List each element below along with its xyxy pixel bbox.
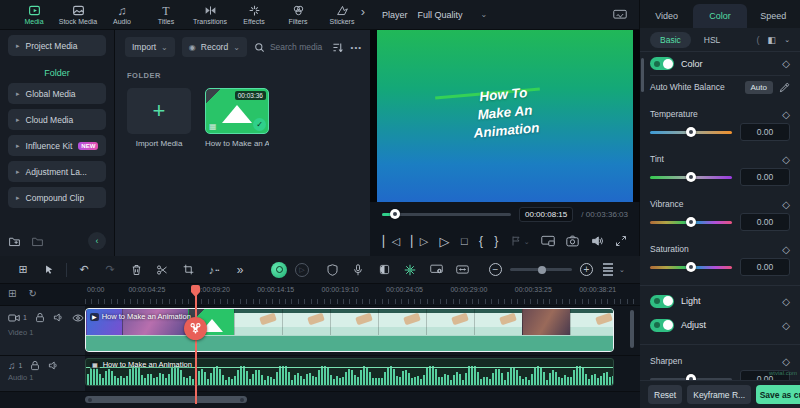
sidebar-item-global-media[interactable]: ▸ Global Media <box>8 83 106 104</box>
mute-icon[interactable] <box>53 312 64 323</box>
previous-frame-button[interactable]: ▏◁ <box>383 236 400 247</box>
vibrance-value[interactable]: 0.00 <box>740 213 790 231</box>
hide-track-eye-icon[interactable] <box>72 313 84 323</box>
tab-color[interactable]: Color <box>693 4 746 28</box>
mirror-screen-icon[interactable] <box>541 235 555 247</box>
keyframe-diamond-icon[interactable]: ◇ <box>782 296 790 307</box>
keyframe-diamond-icon[interactable]: ◇ <box>782 199 790 210</box>
subtab-hsl[interactable]: HSL <box>704 35 721 45</box>
import-media-card[interactable]: + Import Media <box>127 88 191 148</box>
keyframe-diamond-icon[interactable]: ◇ <box>782 154 790 165</box>
audio-track-lane[interactable]: ▦ How to Make an Animation <box>85 356 640 392</box>
keyframe-diamond-icon[interactable]: ◇ <box>782 244 790 255</box>
mark-out-button[interactable]: } <box>494 235 498 247</box>
more-options-icon[interactable]: ••• <box>351 43 362 52</box>
stop-button[interactable]: □ <box>461 236 468 247</box>
sidebar-item-project-media[interactable]: ▸ Project Media <box>8 35 106 56</box>
lock-icon[interactable] <box>35 312 45 323</box>
track-height-button[interactable] <box>603 263 613 276</box>
auto-white-balance-button[interactable]: Auto <box>745 81 773 94</box>
video-clip[interactable]: ▶ How to Make an Animation <box>85 308 614 352</box>
saturation-value[interactable]: 0.00 <box>740 258 790 276</box>
zoom-slider-handle[interactable] <box>538 266 546 274</box>
sidebar-item-adjustment-layer[interactable]: ▸ Adjustment La... <box>8 161 106 182</box>
sidebar-item-cloud-media[interactable]: ▸ Cloud Media <box>8 109 106 130</box>
lock-icon[interactable] <box>30 360 40 371</box>
quality-dropdown[interactable]: Full Quality ⌄ <box>418 10 488 20</box>
nav-more-chevron-icon[interactable]: › <box>361 4 365 19</box>
zoom-in-button[interactable]: + <box>580 263 593 276</box>
tab-titles[interactable]: T Titles <box>146 0 186 30</box>
keyframe-diamond-icon[interactable]: ◇ <box>782 356 790 367</box>
vibrance-slider[interactable] <box>650 221 732 224</box>
split-button[interactable] <box>149 264 175 276</box>
marker-button[interactable]: ⌄ <box>510 235 530 247</box>
record-button[interactable]: ◉ Record ⌄ <box>182 37 247 57</box>
search-input[interactable]: Search media <box>254 42 324 53</box>
play-button[interactable]: ▷ <box>440 235 450 248</box>
select-cursor-icon[interactable] <box>36 264 62 275</box>
audio-clip[interactable]: ▦ How to Make an Animation <box>85 358 614 386</box>
video-preview[interactable]: How To Make An Animation <box>377 30 633 202</box>
timeline-vertical-scrollbar[interactable] <box>630 310 634 348</box>
current-timecode[interactable]: 00:00:08:15 <box>519 207 573 222</box>
slider-handle[interactable] <box>686 172 696 182</box>
tab-media[interactable]: Media <box>14 0 54 30</box>
tab-stickers[interactable]: Stickers <box>322 0 362 30</box>
sidebar-item-compound-clip[interactable]: ▸ Compound Clip <box>8 187 106 208</box>
undo-button[interactable]: ↶ <box>71 263 97 276</box>
color-toggle[interactable] <box>650 57 674 70</box>
timeline-zoom-slider[interactable] <box>510 268 572 271</box>
volume-icon[interactable] <box>591 235 604 247</box>
snapshot-camera-icon[interactable] <box>566 235 579 247</box>
screen-record-button[interactable] <box>423 264 449 275</box>
fullscreen-icon[interactable] <box>615 235 627 247</box>
seek-bar[interactable] <box>382 213 511 216</box>
denoise-button[interactable] <box>319 264 345 276</box>
mark-in-button[interactable]: { <box>479 235 483 247</box>
keyframe-diamond-icon[interactable]: ◇ <box>782 320 790 331</box>
render-snowflake-button[interactable] <box>397 264 423 276</box>
timeline-horizontal-scrollbar[interactable] <box>85 396 247 403</box>
sidebar-item-influence-kit[interactable]: ▸ Influence Kit NEW <box>8 135 106 156</box>
zoom-out-button[interactable]: − <box>489 263 502 276</box>
save-as-custom-button[interactable]: Save as cu... <box>756 385 800 404</box>
compare-view-icon[interactable]: ◧ <box>768 35 777 45</box>
import-button[interactable]: Import ⌄ <box>125 37 175 57</box>
display-device-icon[interactable] <box>613 9 627 21</box>
filter-icon[interactable] <box>331 41 344 54</box>
crop-button[interactable] <box>175 264 201 275</box>
tab-audio[interactable]: ♫ Audio <box>102 0 142 30</box>
beat-detection-button[interactable]: ♪•• <box>201 264 227 276</box>
folder-icon[interactable] <box>31 235 44 248</box>
keyframe-button[interactable]: Keyframe R... <box>687 385 751 404</box>
light-toggle[interactable] <box>650 295 674 308</box>
new-folder-icon[interactable] <box>8 235 21 248</box>
media-clip-card[interactable]: 00:03:36 ▦ ✓ How to Make an Anim... <box>205 88 269 148</box>
tab-speed[interactable]: Speed <box>747 4 800 28</box>
preview-render-button[interactable]: ▷ <box>295 263 309 277</box>
quick-split-button[interactable] <box>184 317 207 340</box>
seek-handle[interactable] <box>390 209 400 219</box>
chevron-down-icon[interactable]: ⌄ <box>619 266 625 274</box>
mute-icon[interactable] <box>48 360 59 371</box>
keyframe-diamond-icon[interactable]: ◇ <box>782 58 790 69</box>
saturation-slider[interactable] <box>650 266 732 269</box>
manage-tracks-icon[interactable]: ⊞ <box>8 288 16 299</box>
voiceover-button[interactable] <box>345 264 371 276</box>
collapse-sidebar-button[interactable]: ‹ <box>88 232 106 250</box>
slider-handle[interactable] <box>686 217 696 227</box>
tint-slider[interactable] <box>650 176 732 179</box>
keyframe-diamond-icon[interactable]: ◇ <box>782 109 790 120</box>
auto-ripple-button[interactable] <box>449 264 475 275</box>
slider-handle[interactable] <box>686 262 696 272</box>
next-frame-button[interactable]: ▏▷ <box>411 236 428 247</box>
tab-video[interactable]: Video <box>640 4 693 28</box>
ai-copilot-button[interactable] <box>271 262 287 278</box>
tint-value[interactable]: 0.00 <box>740 168 790 186</box>
temperature-value[interactable]: 0.00 <box>740 123 790 141</box>
tab-filters[interactable]: Filters <box>278 0 318 30</box>
curves-icon[interactable]: ( <box>757 35 760 45</box>
adjust-toggle[interactable] <box>650 319 674 332</box>
tab-effects[interactable]: Effects <box>234 0 274 30</box>
